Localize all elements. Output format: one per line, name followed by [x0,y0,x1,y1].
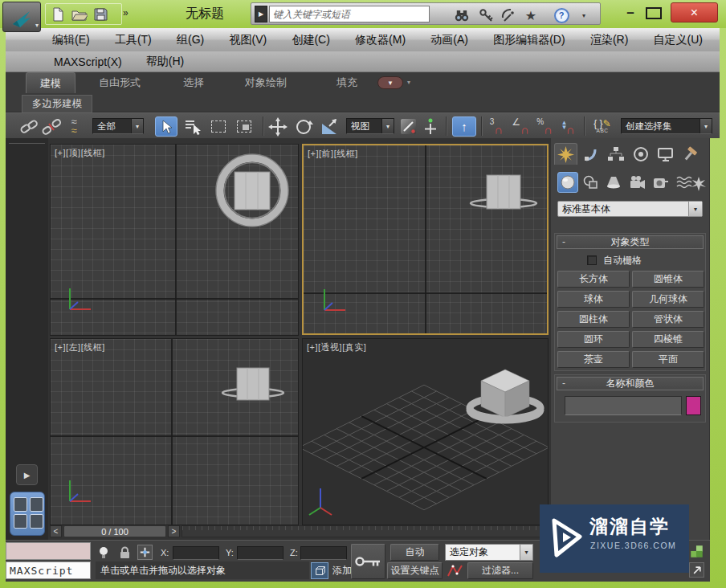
polygon-modeling-panel-tab[interactable]: 多边形建模 [22,95,92,112]
viewport-top-label[interactable]: [+][顶][线框] [55,147,105,159]
adaptive-degradation-toggle-icon[interactable] [311,562,328,579]
track-bar[interactable] [182,525,549,537]
cone-button[interactable]: 圆锥体 [632,271,704,288]
named-selection-sets-dropdown[interactable]: 创建选择集 ▾ [621,118,712,134]
ribbon-tab-populate[interactable]: 填充 [332,72,362,93]
geosphere-button[interactable]: 几何球体 [632,291,704,308]
layout-tabs-flyout-button[interactable]: ▶ [16,464,38,485]
next-frame-button[interactable]: > [168,525,180,537]
key-filter-dropdown[interactable]: 选定对象 ▾ [445,544,533,561]
help-dropdown-icon[interactable]: ▾ [574,6,593,24]
menu-animation[interactable]: 动画(A) [430,33,468,47]
maximize-viewport-toggle-icon[interactable] [689,562,704,578]
sphere-button[interactable]: 球体 [557,291,630,308]
display-panel-tab[interactable] [654,143,677,165]
object-name-field[interactable] [565,396,682,415]
save-file-icon[interactable] [92,6,108,22]
viewport-front-label[interactable]: [+][前][线框] [308,148,358,160]
menu-maxscript[interactable]: MAXScript(X) [54,55,122,68]
viewport-layout-2x2-button[interactable] [10,492,45,536]
menu-edit[interactable]: 编辑(E) [52,33,90,47]
key-access-icon[interactable] [476,6,496,24]
cameras-category-button[interactable] [627,172,648,193]
reference-coordinate-system-dropdown[interactable]: 视图 ▾ [346,118,394,134]
rectangular-selection-region-icon[interactable] [208,116,229,137]
application-menu-button[interactable]: ▾ [2,2,41,32]
ribbon-tab-freeform[interactable]: 自由形式 [94,72,145,93]
tube-button[interactable]: 管状体 [632,311,704,328]
qat-flyout-icon[interactable]: » [123,7,128,18]
selection-lock-icon[interactable] [118,545,132,561]
maxscript-mini-listener-white[interactable]: MAXScript [6,561,91,579]
autogrid-checkbox[interactable] [587,255,597,265]
viewport-perspective-label[interactable]: [+][透视][真实] [307,341,366,353]
object-color-swatch[interactable] [686,396,701,415]
geometry-category-button[interactable] [557,172,578,193]
hierarchy-panel-tab[interactable] [604,143,627,165]
search-go-icon[interactable]: ▶ [255,6,267,22]
percent-snap-toggle-icon[interactable]: %∩ [534,116,555,137]
ribbon-minimize-icon[interactable]: ▾ [377,76,403,89]
add-label[interactable]: 添加 [332,564,352,578]
selection-filter-dropdown[interactable]: 全部 ▾ [92,118,144,134]
utilities-panel-tab[interactable] [679,143,702,165]
auto-key-button[interactable]: 自动 [390,544,439,561]
welcome-screen-icon[interactable] [97,545,110,562]
bind-to-space-warp-icon[interactable]: ≈ ≈ [63,116,84,137]
open-file-icon[interactable] [71,6,88,22]
name-color-rollout-header[interactable]: - 名称和颜色 [557,377,704,390]
select-and-manipulate-icon[interactable] [420,116,441,137]
modify-panel-tab[interactable] [579,143,602,165]
select-and-rotate-icon[interactable] [293,116,314,137]
viewport-left-label[interactable]: [+][左][线框] [55,341,105,353]
x-coordinate-field[interactable] [173,546,219,560]
ribbon-tab-object-paint[interactable]: 对象绘制 [239,72,292,93]
ribbon-tab-selection[interactable]: 选择 [178,72,209,93]
lights-category-button[interactable] [604,172,625,193]
motion-panel-tab[interactable] [629,143,652,165]
keyboard-shortcut-override-button[interactable]: ↑ [452,116,476,137]
zoom-extents-all-icon[interactable] [689,544,704,561]
maximize-button[interactable] [646,7,662,19]
menu-customize[interactable]: 自定义(U) [654,33,703,47]
maxscript-mini-listener-pink[interactable] [6,542,91,560]
select-and-link-icon[interactable] [18,116,39,137]
select-and-scale-icon[interactable] [319,116,340,137]
menu-help[interactable]: 帮助(H) [146,55,184,69]
snap-toggle-3d-icon[interactable]: 3∩ [486,116,507,137]
primitive-category-dropdown[interactable]: 标准基本体 ▾ [557,201,703,217]
menu-views[interactable]: 视图(V) [229,33,267,47]
shapes-category-button[interactable] [581,172,602,193]
z-coordinate-field[interactable] [300,546,347,560]
edit-named-selection-sets-icon[interactable]: { }✎ ABC [589,116,616,137]
systems-category-button[interactable] [688,174,709,194]
use-pivot-point-center-icon[interactable] [398,116,418,137]
plane-button[interactable]: 平面 [632,351,704,368]
viewport-perspective[interactable]: [+][透视][真实] [302,338,549,525]
absolute-offset-mode-icon[interactable] [137,545,153,560]
toggle-set-key-mode-button[interactable] [351,544,385,579]
ribbon-options-arrow-icon[interactable]: ▾ [407,79,410,86]
torus-button[interactable]: 圆环 [557,331,630,348]
y-coordinate-field[interactable] [237,546,283,560]
select-object-button[interactable] [155,116,177,137]
helpers-category-button[interactable] [651,172,671,193]
set-key-button[interactable]: 设置关键点 [387,562,443,579]
favorites-star-icon[interactable]: ★ [521,6,540,24]
time-slider[interactable]: 0 / 100 [63,525,166,537]
help-icon[interactable]: ? [552,6,571,24]
menu-create[interactable]: 创建(C) [292,33,329,47]
search-icon[interactable] [452,6,471,24]
menu-graph-editors[interactable]: 图形编辑器(D) [493,33,565,47]
angle-snap-toggle-icon[interactable]: ∠∩ [510,116,531,137]
search-input[interactable] [269,6,430,22]
unlink-selection-icon[interactable] [41,116,62,137]
minimize-button[interactable]: – [620,5,641,21]
filters-button[interactable]: 过滤器... [467,562,533,579]
spinner-snap-toggle-icon[interactable]: ▴▾ ∩ [558,116,579,137]
viewport-top[interactable]: [+][顶][线框] [50,144,299,336]
box-button[interactable]: 长方体 [557,271,630,288]
create-panel-tab[interactable] [554,143,577,165]
menu-tools[interactable]: 工具(T) [115,33,152,47]
select-by-name-icon[interactable] [182,116,203,137]
